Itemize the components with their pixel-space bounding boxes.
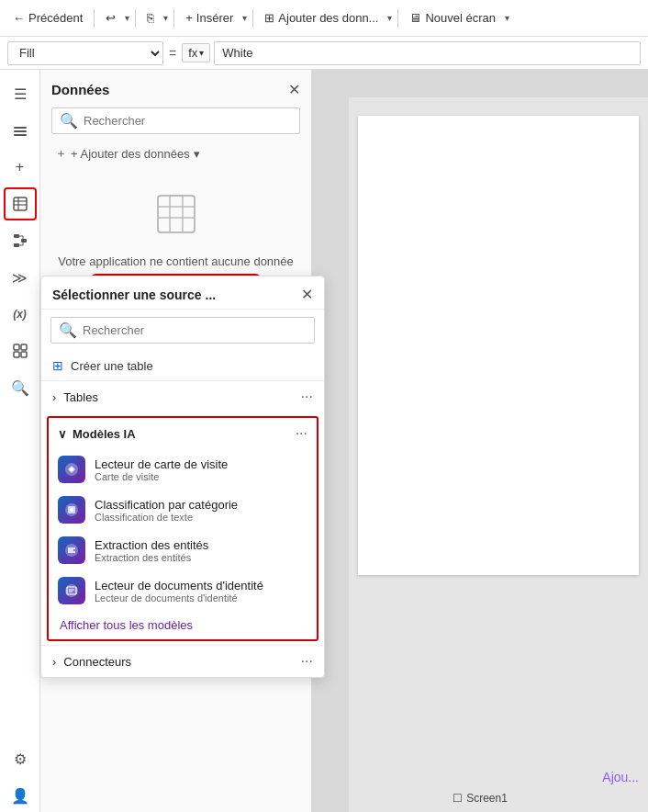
- ai-item-0[interactable]: Lecteur de carte de visite Carte de visi…: [49, 449, 317, 490]
- menu-icon-button[interactable]: ☰: [4, 77, 37, 110]
- fx-badge: fx ▾: [182, 43, 210, 62]
- undo-icon: ↩: [106, 11, 116, 25]
- connectors-row[interactable]: › Connecteurs ···: [41, 645, 324, 677]
- ai-models-label: Modèles IA: [73, 427, 136, 441]
- connectors-more-icon[interactable]: ···: [301, 653, 313, 670]
- search-icon: 🔍: [60, 112, 78, 130]
- table-empty-icon: [153, 191, 199, 245]
- add-data-top-button[interactable]: ＋ + Ajouter des données ▾: [51, 143, 300, 164]
- empty-text: Votre application ne contient aucune don…: [58, 254, 294, 268]
- undo-chevron-icon: ▾: [125, 13, 129, 23]
- settings-icon-button[interactable]: ⚙: [4, 742, 37, 775]
- svg-point-24: [70, 468, 73, 471]
- create-table-button[interactable]: ⊞ Créer une table: [41, 351, 324, 380]
- insert-chevron-icon: ▾: [242, 13, 247, 23]
- screen-label: ☐ Screen1: [452, 792, 508, 805]
- ai-item-0-title: Lecteur de carte de visite: [95, 457, 228, 471]
- undo-button[interactable]: ↩: [100, 7, 121, 28]
- ai-models-more-icon[interactable]: ···: [296, 425, 307, 442]
- ai-item-3[interactable]: Lecteur de documents d'identité Lecteur …: [49, 570, 317, 611]
- ai-item-0-sub: Carte de visite: [95, 471, 228, 482]
- copy-button[interactable]: ⎘: [141, 7, 160, 28]
- ai-models-header: ∨ Modèles IA ···: [49, 418, 317, 449]
- panel-header: Données ✕: [51, 81, 300, 98]
- ai-item-2[interactable]: Extraction des entités Extraction des en…: [49, 530, 317, 570]
- connectors-left: › Connecteurs: [52, 655, 131, 669]
- ai-item-1-icon: [58, 496, 85, 524]
- ai-item-1-text: Classification par catégorie Classificat…: [95, 498, 238, 523]
- svg-rect-1: [14, 130, 27, 132]
- tables-more-icon[interactable]: ···: [301, 389, 313, 405]
- user-icon-button[interactable]: 👤: [4, 779, 37, 812]
- svg-rect-17: [21, 352, 27, 357]
- canvas-area: Ajou... ☐ Screen1: [312, 70, 648, 812]
- svg-rect-18: [158, 196, 195, 232]
- source-header: Sélectionner une source ... ✕: [41, 276, 324, 310]
- ai-item-3-sub: Lecteur de documents d'identité: [95, 592, 263, 603]
- chevrons-icon-button[interactable]: ≫: [4, 261, 37, 294]
- svg-rect-14: [14, 344, 19, 350]
- insert-label: Insérer: [196, 11, 233, 25]
- new-screen-button[interactable]: 🖥 Nouvel écran: [404, 7, 501, 28]
- sep-5: [397, 9, 398, 28]
- copy-chevron-icon: ▾: [163, 13, 168, 23]
- panel-search[interactable]: 🔍: [51, 107, 300, 134]
- source-search-icon: 🔍: [59, 321, 77, 339]
- tables-left: › Tables: [52, 390, 98, 404]
- screen-name: Screen1: [466, 792, 508, 805]
- variable-icon-button[interactable]: (x): [4, 298, 37, 331]
- sep-2: [135, 9, 136, 28]
- add-data-toolbar-button[interactable]: ⊞ Ajouter des donn...: [259, 7, 384, 28]
- ai-item-3-icon: [58, 577, 85, 604]
- plus-icon: ＋: [55, 145, 67, 162]
- add-icon-button[interactable]: +: [4, 151, 37, 184]
- layers-icon-button[interactable]: [4, 114, 37, 147]
- tables-row[interactable]: › Tables ···: [41, 381, 324, 412]
- copy-icon: ⎘: [147, 11, 154, 25]
- back-button[interactable]: ← Précédent: [7, 7, 88, 28]
- svg-rect-15: [21, 344, 27, 350]
- svg-point-27: [70, 508, 73, 512]
- formula-input[interactable]: [214, 41, 641, 65]
- panel-search-input[interactable]: [84, 114, 292, 128]
- fx-label: fx: [188, 46, 197, 60]
- canvas-screen: [358, 116, 639, 575]
- flow-icon-button[interactable]: [4, 224, 37, 257]
- add-data-toolbar-label: Ajouter des donn...: [278, 11, 378, 25]
- table-icon: ⊞: [264, 11, 274, 25]
- canvas-surface: Ajou...: [349, 97, 648, 812]
- equals-sign: =: [169, 46, 176, 61]
- fill-select[interactable]: Fill: [7, 41, 163, 65]
- left-sidebar: ☰ +: [0, 70, 40, 812]
- show-all-models-button[interactable]: Afficher tous les modèles: [49, 611, 204, 639]
- ai-item-0-icon: [58, 456, 85, 483]
- data-icon-button[interactable]: [4, 187, 37, 220]
- back-label: Précédent: [28, 11, 83, 25]
- toolbar: ← Précédent ↩ ▾ ⎘ ▾ + Insérer ▾ ⊞ Ajoute…: [0, 0, 648, 37]
- connectors-label: Connecteurs: [63, 655, 131, 669]
- ai-chevron-down-icon: ∨: [58, 427, 67, 441]
- ai-item-1-title: Classification par catégorie: [95, 498, 238, 512]
- source-search-box[interactable]: 🔍: [50, 317, 315, 344]
- panel-close-button[interactable]: ✕: [288, 81, 300, 98]
- source-close-button[interactable]: ✕: [301, 286, 313, 303]
- ajouter-text: Ajou...: [602, 770, 639, 784]
- sep-3: [173, 9, 174, 28]
- insert-button[interactable]: + Insérer: [180, 7, 239, 28]
- back-arrow-icon: ←: [13, 11, 25, 25]
- create-table-icon: ⊞: [52, 358, 63, 373]
- source-search-input[interactable]: [83, 323, 307, 337]
- add-data-top-label: + Ajouter des données: [71, 147, 190, 161]
- ai-item-2-text: Extraction des entités Extraction des en…: [95, 538, 208, 563]
- screen-icon: 🖥: [409, 11, 421, 25]
- ai-item-1[interactable]: Classification par catégorie Classificat…: [49, 490, 317, 530]
- component-icon-button[interactable]: [4, 334, 37, 367]
- connectors-chevron-icon: ›: [52, 655, 56, 669]
- new-screen-label: Nouvel écran: [425, 11, 496, 25]
- sep-1: [94, 9, 95, 28]
- ai-item-2-icon: [58, 536, 85, 564]
- svg-rect-16: [14, 352, 19, 357]
- svg-rect-2: [14, 134, 27, 136]
- tables-section: › Tables ···: [41, 380, 324, 412]
- search-icon-button[interactable]: 🔍: [4, 371, 37, 404]
